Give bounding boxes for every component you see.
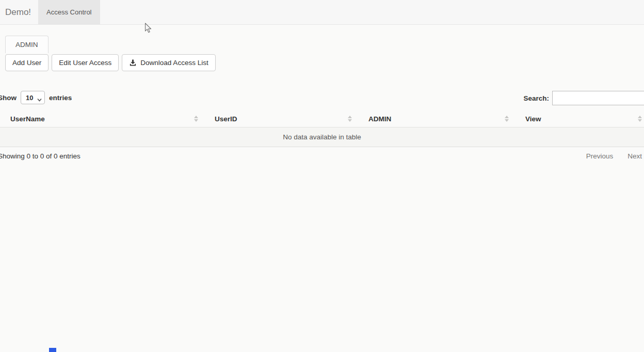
column-header-admin-label: ADMIN [368, 115, 391, 123]
table-header-row: UserName UserID ADMIN View [0, 111, 644, 127]
column-header-userid[interactable]: UserID [202, 111, 356, 127]
column-header-view[interactable]: View [513, 111, 644, 127]
pagination: Previous Next [586, 152, 642, 160]
page-length-select[interactable]: 10 [21, 91, 45, 104]
previous-page-button[interactable]: Previous [586, 152, 614, 160]
download-access-list-button-label: Download Access List [140, 59, 208, 67]
column-header-username[interactable]: UserName [0, 111, 202, 127]
playback-progress-bar [49, 348, 56, 352]
navbar-brand[interactable]: Demo! [0, 0, 38, 24]
entries-label: entries [49, 94, 72, 102]
add-user-button-label: Add User [12, 59, 41, 67]
sort-both-icon [348, 116, 352, 122]
mouse-pointer-icon [144, 23, 152, 36]
empty-table-row: No data available in table [0, 127, 644, 147]
search-input[interactable] [552, 91, 644, 105]
access-table: UserName UserID ADMIN View No d [0, 111, 644, 147]
tab-admin[interactable]: ADMIN [5, 36, 49, 53]
page: Demo! Access Control ADMIN Add User Edit… [0, 0, 644, 352]
show-label: Show [0, 94, 17, 102]
edit-user-access-button-label: Edit User Access [59, 59, 111, 67]
download-icon [129, 59, 137, 67]
column-header-userid-label: UserID [215, 115, 237, 123]
edit-user-access-button[interactable]: Edit User Access [52, 54, 119, 71]
page-length-select-box: 10 [21, 91, 45, 104]
page-length-control: Show 10 entries [0, 91, 72, 104]
sort-both-icon [505, 116, 509, 122]
next-page-button[interactable]: Next [627, 152, 642, 160]
datatable-controls: Show 10 entries Search: [0, 91, 644, 106]
empty-table-message: No data available in table [0, 127, 644, 147]
download-access-list-button[interactable]: Download Access List [122, 54, 215, 71]
column-header-view-label: View [525, 115, 541, 123]
search-control: Search: [523, 91, 644, 105]
sort-both-icon [194, 116, 198, 122]
toolbar: Add User Edit User Access Download Acces… [5, 54, 216, 71]
nav-item-access-control[interactable]: Access Control [38, 0, 100, 24]
sort-both-icon [638, 116, 642, 122]
search-label: Search: [523, 94, 549, 102]
column-header-admin[interactable]: ADMIN [356, 111, 513, 127]
role-tabs: ADMIN [5, 36, 49, 53]
column-header-username-label: UserName [10, 115, 45, 123]
navbar: Demo! Access Control [0, 0, 644, 25]
add-user-button[interactable]: Add User [5, 54, 49, 71]
table-info: Showing 0 to 0 of 0 entries [0, 152, 81, 160]
